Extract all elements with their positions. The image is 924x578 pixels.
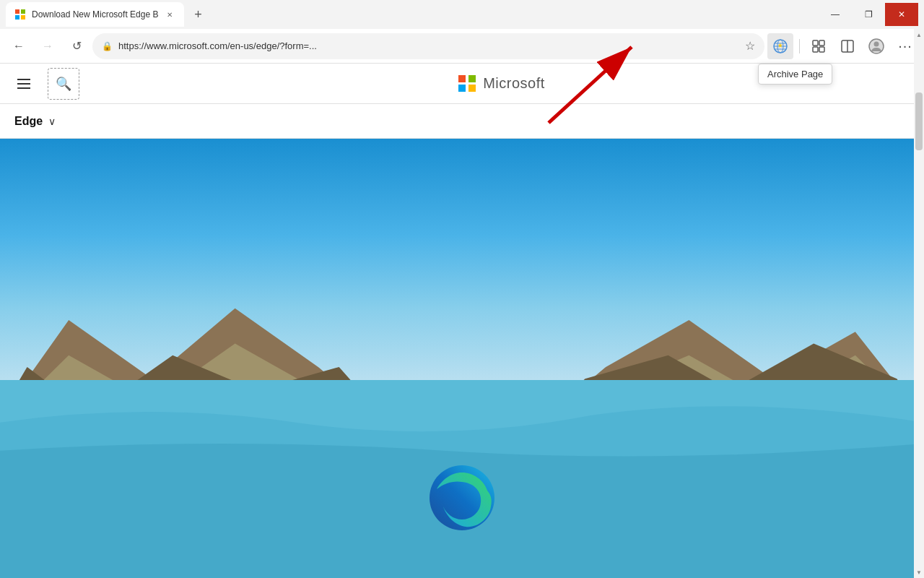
close-button[interactable]: ✕ (885, 3, 918, 26)
lock-icon: 🔒 (102, 41, 113, 51)
address-bar[interactable]: 🔒 https://www.microsoft.com/en-us/edge/?… (92, 33, 764, 59)
svg-rect-7 (819, 40, 824, 46)
navigation-bar: ← → ↺ 🔒 https://www.microsoft.com/en-us/… (0, 29, 924, 64)
archive-icon (772, 38, 788, 54)
svg-rect-6 (813, 40, 818, 46)
search-button[interactable]: 🔍 (48, 68, 79, 100)
archive-page-tooltip: Archive Page (758, 64, 832, 85)
toolbar-divider (799, 39, 800, 53)
back-button[interactable]: ← (6, 33, 32, 59)
refresh-button[interactable]: ↺ (64, 33, 90, 59)
scrollbar-thumb[interactable] (915, 92, 923, 150)
svg-point-13 (874, 41, 879, 46)
edge-nav-chevron-down-icon[interactable]: ∨ (48, 116, 56, 127)
minimize-button[interactable]: — (819, 3, 852, 26)
microsoft-brand-text: Microsoft (483, 75, 545, 92)
edge-nav-label: Edge (14, 115, 43, 128)
split-screen-button[interactable] (834, 33, 860, 59)
svg-rect-8 (813, 47, 818, 52)
forward-button[interactable]: → (35, 33, 61, 59)
profile-button[interactable] (863, 33, 889, 59)
search-icon: 🔍 (56, 76, 71, 92)
new-tab-button[interactable]: + (187, 4, 209, 25)
tab-title: Download New Microsoft Edge B (32, 9, 158, 20)
favorites-star-icon[interactable]: ☆ (745, 39, 755, 53)
edge-logo (426, 462, 498, 534)
hero-section (0, 139, 924, 578)
tab-close-button[interactable]: ✕ (164, 9, 175, 20)
hamburger-line (17, 87, 30, 89)
hamburger-menu-button[interactable] (12, 73, 36, 95)
tab-favicon (14, 9, 26, 20)
edge-nav-bar: Edge ∨ (0, 104, 924, 139)
ms-logo-grid (458, 75, 476, 92)
hamburger-line (17, 83, 30, 85)
scrollbar-up-button[interactable]: ▲ (914, 29, 924, 40)
browser-tab[interactable]: Download New Microsoft Edge B ✕ (6, 2, 184, 27)
scrollbar[interactable]: ▲ ▼ (914, 29, 924, 578)
microsoft-logo: Microsoft (458, 75, 545, 92)
svg-marker-5 (778, 43, 782, 47)
url-text: https://www.microsoft.com/en-us/edge/?fo… (118, 40, 739, 51)
scrollbar-down-button[interactable]: ▼ (914, 566, 924, 578)
window-controls: — ❐ ✕ (819, 3, 918, 26)
hamburger-line (17, 79, 30, 80)
maximize-button[interactable]: ❐ (852, 3, 885, 26)
title-bar: Download New Microsoft Edge B ✕ + — ❐ ✕ (0, 0, 924, 29)
svg-rect-9 (819, 47, 824, 52)
collections-button[interactable] (806, 33, 832, 59)
archive-page-button[interactable]: Archive Page (767, 33, 793, 59)
